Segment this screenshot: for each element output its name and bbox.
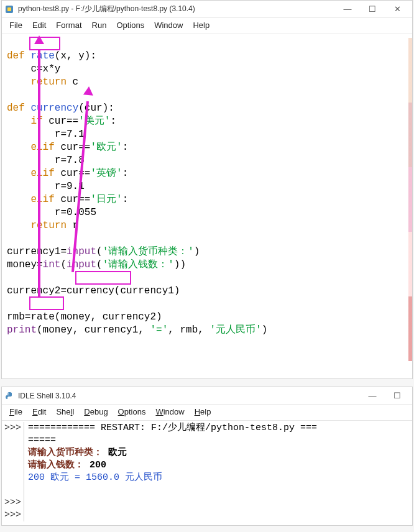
shell-user-input-1: 欧元 (103, 447, 127, 458)
editor-window-controls: — ☐ ✕ (335, 2, 410, 17)
kw-def: def (7, 50, 25, 62)
code-text: , rmb, (168, 324, 209, 336)
builtin-int: int (43, 259, 61, 270)
kw-if: if (30, 116, 42, 127)
kw-elif: elif (30, 194, 54, 205)
code-text: ) (194, 246, 200, 257)
shell-title: IDLE Shell 3.10.4 (18, 392, 76, 400)
str-usd: '美元' (78, 116, 110, 127)
str-jpy: '日元' (90, 194, 122, 205)
svg-point-2 (7, 393, 9, 394)
editor-code[interactable]: def rate(x, y): c=x*y return c def curre… (2, 34, 412, 376)
kw-return: return (30, 220, 67, 231)
minimize-button[interactable]: — (360, 388, 385, 403)
shell-menubar: File Edit Shell Debug Options Window Hel… (2, 405, 412, 421)
code-text: currency1= (7, 246, 67, 257)
shell-separator: ============ (28, 423, 95, 433)
shell-input-prompt-1: 请输入货币种类： (28, 447, 103, 458)
code-text: )) (174, 259, 186, 270)
fn-currency-def: currency (30, 103, 78, 114)
code-text: r=9.1 (7, 181, 85, 192)
menu-window[interactable]: Window (149, 19, 188, 31)
shell-prompt-gutter: >>> >>> >>> (2, 422, 24, 521)
code-text: (money, currency2) (55, 311, 162, 323)
menu-debug[interactable]: Debug (79, 406, 113, 418)
code-text: cur== (55, 168, 91, 179)
shell-result-line: 200 欧元 = 1560.0 元人民币 (28, 472, 162, 483)
code-text: (currency1) (114, 285, 180, 296)
str-prompt1: '请输入货币种类：' (103, 246, 194, 257)
editor-menubar: File Edit Format Run Options Window Help (2, 18, 412, 34)
shell-user-input-2: 200 (84, 460, 106, 470)
code-text: r=0.055 (7, 207, 96, 218)
code-text: : (122, 194, 129, 205)
builtin-print: print (7, 324, 37, 336)
menu-file[interactable]: File (4, 19, 27, 31)
maximize-button[interactable]: ☐ (360, 2, 385, 17)
menu-help[interactable]: Help (188, 19, 214, 31)
python-file-icon (4, 4, 14, 14)
code-text: rmb= (7, 311, 30, 323)
menu-window[interactable]: Window (150, 406, 189, 418)
code-text: r=7.8 (7, 155, 85, 166)
code-text: money= (7, 259, 43, 270)
code-text: (x, y): (55, 50, 96, 62)
code-text: cur== (55, 142, 91, 153)
menu-shell[interactable]: Shell (51, 406, 79, 418)
fn-rate-call: rate (30, 311, 54, 323)
code-text: ( (96, 259, 103, 270)
code-text: ) (262, 324, 268, 336)
shell-restart-line: RESTART: F:/少儿编程/python-test8.py === (95, 423, 317, 433)
str-eur: '欧元' (90, 142, 122, 153)
code-text: : (110, 116, 116, 127)
code-text: cur== (43, 116, 79, 127)
fn-currency-call: currency (67, 285, 114, 296)
code-text: c (67, 76, 78, 88)
menu-options[interactable]: Options (111, 19, 149, 31)
code-text: c=x*y (7, 63, 60, 75)
builtin-input: input (67, 246, 96, 257)
code-text: (money, currency1, (37, 324, 150, 336)
str-prompt2: '请输入钱数：' (103, 259, 174, 270)
code-text: r=7.1 (7, 129, 85, 140)
editor-titlebar: python-test8.py - F:/少儿编程/python-test8.p… (2, 1, 412, 18)
shell-output[interactable]: >>> >>> >>> ============ RESTART: F:/少儿编… (2, 421, 412, 523)
menu-help[interactable]: Help (190, 406, 216, 418)
menu-edit[interactable]: Edit (27, 19, 51, 31)
str-rmb: '元人民币' (209, 324, 261, 336)
idle-shell-window: IDLE Shell 3.10.4 — ☐ File Edit Shell De… (1, 387, 413, 526)
idle-editor-window: python-test8.py - F:/少儿编程/python-test8.p… (1, 0, 413, 379)
close-button[interactable]: ✕ (385, 2, 410, 17)
kw-return: return (30, 76, 67, 88)
str-gbp: '英镑' (90, 168, 122, 179)
code-text: cur== (55, 194, 91, 205)
menu-edit[interactable]: Edit (27, 406, 51, 418)
python-icon (4, 391, 14, 401)
editor-title: python-test8.py - F:/少儿编程/python-test8.p… (18, 4, 195, 14)
kw-elif: elif (30, 142, 54, 153)
shell-window-controls: — ☐ (360, 388, 410, 403)
code-text: : (122, 142, 129, 153)
shell-input-prompt-2: 请输入钱数： (28, 460, 84, 470)
menu-run[interactable]: Run (87, 19, 112, 31)
code-text: ( (96, 246, 103, 257)
code-text: : (122, 168, 129, 179)
code-text: currency2= (7, 285, 67, 296)
kw-elif: elif (30, 168, 54, 179)
svg-rect-1 (7, 7, 11, 11)
code-text: r (67, 220, 78, 231)
shell-separator: ===== (28, 435, 56, 446)
maximize-button[interactable]: ☐ (385, 388, 410, 403)
menu-format[interactable]: Format (51, 19, 86, 31)
minimize-button[interactable]: — (335, 2, 360, 17)
menu-file[interactable]: File (4, 406, 27, 418)
code-text: (cur): (78, 103, 114, 114)
str-eq: '=' (150, 324, 168, 336)
menu-options[interactable]: Options (113, 406, 151, 418)
code-text: ( (60, 259, 67, 270)
builtin-input: input (67, 259, 96, 270)
shell-titlebar: IDLE Shell 3.10.4 — ☐ (2, 387, 412, 405)
fn-rate-def: rate (30, 50, 54, 62)
kw-def: def (7, 103, 25, 114)
shell-body: ============ RESTART: F:/少儿编程/python-tes… (24, 422, 412, 521)
